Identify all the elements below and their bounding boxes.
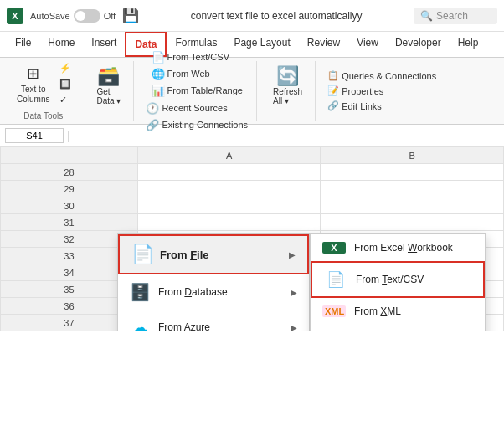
from-web-button[interactable]: 🌐 From Web [148,66,246,82]
cell-a31[interactable] [137,214,321,231]
existing-connections-icon: 🔗 [146,119,159,131]
remove-duplicates-icon: 🔲 [59,79,71,90]
from-file-icon: 📄 [131,244,152,265]
from-json-item[interactable]: JSON From JSON [311,325,485,331]
ribbon-tabs: File Home Insert Data Formulas Page Layo… [0,32,504,58]
search-icon: 🔍 [420,10,433,22]
ribbon-content: ⊞ Text toColumns ⚡ 🔲 ✓ Data Tools 🗃️ G [0,58,504,125]
table-row: 31 [1,214,504,231]
title-bar: X AutoSave Off 💾 convert text file to ex… [0,0,504,32]
sheet-area: A B 28 29 30 31 32 33 34 35 36 37 📄 From… [0,146,504,331]
tab-view[interactable]: View [348,32,387,57]
flash-fill-button[interactable]: ⚡ [56,61,75,75]
data-tools-label: Data Tools [23,110,63,121]
ribbon-group-get-data: 🗃️ GetData ▾ [84,61,134,121]
col-a-header: A [137,147,321,164]
recent-sources-icon: 🕐 [146,102,159,115]
search-box[interactable]: 🔍 Search [414,8,497,24]
toggle-knob [75,11,85,21]
from-excel-workbook-item[interactable]: X From Excel Workbook [311,234,485,261]
tab-developer[interactable]: Developer [387,32,450,57]
row-number-header [1,147,138,164]
from-azure-chevron: ▶ [291,323,297,332]
cell-b29[interactable] [321,181,504,197]
table-row: 28 [1,164,504,181]
recent-sources-button[interactable]: 🕐 Recent Sources [142,100,251,116]
get-data-icon: 🗃️ [97,65,120,87]
from-azure-label: From Azure [158,321,210,331]
from-table-range-label: From Table/Range [167,85,243,95]
existing-connections-button[interactable]: 🔗 Existing Connections [142,117,251,133]
refresh-all-button[interactable]: 🔄 RefreshAll ▾ [265,61,310,110]
row-31: 31 [1,214,138,231]
get-data-label: GetData ▾ [96,87,121,105]
cell-b31[interactable] [321,214,504,231]
tab-help[interactable]: Help [450,32,487,57]
from-database-icon: 🗄️ [130,282,150,302]
cell-a29[interactable] [137,181,321,197]
text-to-columns-icon: ⊞ [27,64,39,83]
row-29: 29 [1,181,138,197]
tab-review[interactable]: Review [299,32,348,57]
table-row: 29 [1,181,504,197]
from-database-menu-item[interactable]: 🗄️ From Database ▶ [118,274,309,310]
flash-fill-icon: ⚡ [59,63,71,74]
edit-links-label: Edit Links [342,101,382,111]
text-to-columns-button[interactable]: ⊞ Text toColumns [12,61,54,108]
ribbon-group-data-tools: ⊞ Text toColumns ⚡ 🔲 ✓ Data Tools [7,61,80,121]
properties-icon: 📝 [327,85,339,96]
data-validation-button[interactable]: ✓ [56,93,75,107]
from-web-icon: 🌐 [152,68,165,80]
from-text-csv-icon: 📄 [324,270,347,289]
existing-connections-label: Existing Connections [162,120,248,130]
name-box[interactable] [5,128,64,143]
from-text-csv-item[interactable]: 📄 From Text/CSV [311,261,485,298]
from-file-menu-item[interactable]: 📄 From File ▶ [118,234,309,274]
refresh-label: RefreshAll ▾ [273,87,302,105]
toggle-state: Off [104,11,116,21]
autosave-label: AutoSave [30,11,70,21]
row-30: 30 [1,197,138,214]
cell-a30[interactable] [137,197,321,214]
search-label: Search [436,10,468,22]
queries-connections-button[interactable]: 📋 Queries & Connections [324,69,440,83]
save-icon[interactable]: 💾 [122,8,139,23]
autosave-area: AutoSave Off [30,9,116,23]
from-file-label: From File [160,249,209,261]
recent-sources-label: Recent Sources [162,103,227,113]
from-text-csv-ribbon-button[interactable]: 📄 From Text/CSV [148,49,246,65]
queries-connections-label: Queries & Connections [342,71,436,81]
from-text-csv-ribbon-label: From Text/CSV [167,52,229,62]
cell-b30[interactable] [321,197,504,214]
table-row: 30 [1,197,504,214]
from-file-chevron: ▶ [289,250,296,259]
formula-separator: | [67,129,70,142]
refresh-icon: 🔄 [276,65,299,87]
from-text-csv-label: From Text/CSV [356,274,424,285]
ribbon-group-queries: 📄 From Text/CSV 🌐 From Web 📊 From Table/… [137,61,257,121]
excel-logo: X [7,8,23,24]
edit-links-button[interactable]: 🔗 Edit Links [324,99,440,113]
from-xml-icon: XML [322,305,346,317]
text-to-columns-label: Text toColumns [17,85,49,105]
cell-a28[interactable] [137,164,321,181]
tab-home[interactable]: Home [39,32,83,57]
properties-label: Properties [342,86,383,96]
tab-file[interactable]: File [7,32,39,57]
properties-button[interactable]: 📝 Properties [324,84,440,98]
from-excel-workbook-icon: X [322,242,346,254]
from-table-range-button[interactable]: 📊 From Table/Range [148,83,246,99]
autosave-toggle[interactable] [74,9,100,23]
from-database-label: From Database [158,286,228,298]
from-xml-item[interactable]: XML From XML [311,298,485,325]
from-xml-label: From XML [354,305,401,317]
from-azure-icon: ☁ [130,317,150,331]
from-file-sub-panel: X From Excel Workbook 📄 From Text/CSV XM… [310,233,486,331]
tab-insert[interactable]: Insert [83,32,125,57]
get-data-button[interactable]: 🗃️ GetData ▾ [89,61,128,110]
formula-bar: | [0,125,504,146]
remove-duplicates-button[interactable]: 🔲 [56,77,75,91]
ribbon-group-refresh: 🔄 RefreshAll ▾ [260,61,316,121]
cell-b28[interactable] [321,164,504,181]
from-azure-menu-item[interactable]: ☁ From Azure ▶ [118,310,309,331]
